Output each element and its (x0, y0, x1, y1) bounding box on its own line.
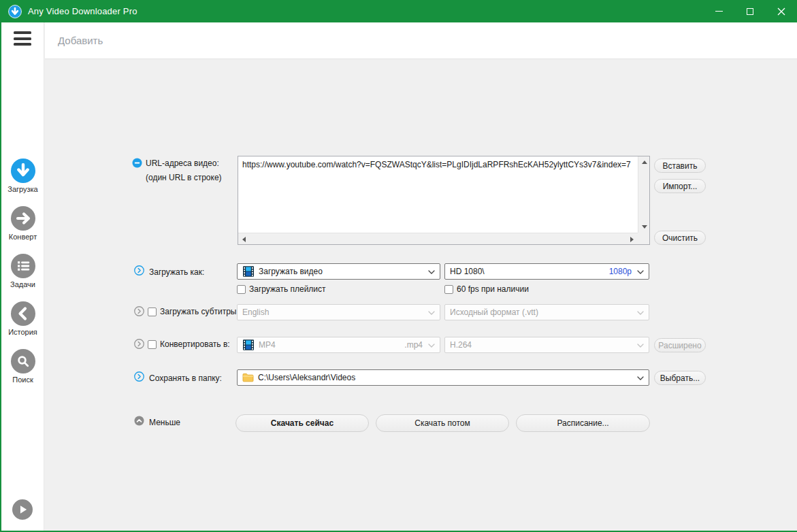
checkbox-icon (237, 285, 246, 294)
sidebar: Загрузка Конверт Задачи (1, 22, 44, 531)
url-value: https://www.youtube.com/watch?v=FQSZWASt… (242, 160, 634, 169)
sidebar-item-tasks[interactable]: Задачи (1, 254, 44, 288)
app-logo-icon (8, 5, 22, 18)
sidebar-item-download[interactable]: Загрузка (1, 159, 44, 193)
subtitle-language-select: English (237, 304, 440, 320)
sidebar-item-convert[interactable]: Конверт (1, 206, 44, 241)
vertical-scrollbar[interactable] (638, 156, 649, 233)
horizontal-scrollbar[interactable] (238, 233, 638, 244)
scroll-up-icon[interactable] (638, 156, 650, 168)
url-label: URL-адреса видео: (146, 159, 219, 168)
quality-badge: 1080p (609, 267, 632, 276)
quality-value: HD 1080\ (450, 267, 485, 276)
url-label-hint: (один URL в строке) (146, 173, 222, 182)
sidebar-nav: Загрузка Конверт Задачи (1, 159, 44, 397)
sidebar-item-label: Поиск (12, 376, 33, 384)
save-folder-path: C:\Users\Aleksandr\Videos (258, 373, 355, 382)
subtitle-format-value: Исходный формат (.vtt) (450, 307, 538, 317)
minimize-button[interactable] (703, 0, 734, 22)
convert-format-ext: .mp4 (404, 340, 423, 350)
url-textarea[interactable]: https://www.youtube.com/watch?v=FQSZWASt… (238, 156, 650, 245)
scroll-down-icon[interactable] (638, 221, 650, 233)
expand-chevron-icon[interactable] (134, 371, 144, 382)
sidebar-item-label: История (8, 328, 37, 336)
advanced-button: Расширено (654, 338, 706, 352)
chevron-down-icon (637, 307, 644, 317)
chevron-down-icon (428, 307, 435, 317)
content-panel: URL-адреса видео: (один URL в строке) ht… (45, 59, 797, 531)
download-format-value: Загружать видео (259, 267, 323, 276)
titlebar: Any Video Downloader Pro (0, 0, 797, 22)
save-folder-label: Сохранять в папку: (149, 373, 222, 383)
menu-button[interactable] (14, 31, 31, 46)
scrollbar-corner (638, 233, 649, 244)
minimize-icon (715, 11, 723, 12)
save-folder-select[interactable]: C:\Users\Aleksandr\Videos (237, 369, 649, 386)
schedule-button[interactable]: Расписание... (516, 414, 650, 432)
window-controls (703, 0, 797, 22)
maximize-button[interactable] (734, 0, 766, 22)
subtitle-language-value: English (242, 307, 269, 317)
subtitle-format-select: Исходный формат (.vtt) (444, 304, 649, 320)
main-header: Добавить (45, 22, 797, 59)
download-format-select[interactable]: Загружать видео (237, 263, 440, 280)
chevron-down-icon (428, 267, 435, 276)
close-button[interactable] (766, 0, 797, 22)
expand-chevron-icon[interactable] (134, 265, 144, 276)
paste-button[interactable]: Вставить (654, 159, 706, 173)
expand-chevron-icon[interactable] (134, 306, 144, 316)
collapse-minus-icon[interactable] (132, 158, 142, 168)
checkbox-icon (444, 285, 453, 294)
clear-button[interactable]: Очистить (654, 231, 706, 245)
chevron-down-icon (637, 267, 644, 276)
sidebar-item-history[interactable]: История (1, 301, 44, 336)
convert-format-value: MP4 (259, 340, 276, 350)
codec-select: H.264 (444, 337, 649, 353)
close-icon (777, 7, 785, 16)
chevron-down-icon (637, 340, 644, 350)
checkbox-icon (148, 307, 157, 316)
codec-value: H.264 (450, 340, 472, 350)
sidebar-item-label: Конверт (9, 233, 37, 241)
chevron-down-icon (428, 340, 435, 350)
sidebar-item-label: Задачи (10, 280, 35, 288)
player-button[interactable] (12, 499, 33, 522)
menu-icon (14, 31, 31, 34)
search-circle-icon (11, 349, 35, 373)
quality-select[interactable]: HD 1080\ 1080p (444, 263, 649, 280)
tab-add[interactable]: Добавить (58, 35, 103, 46)
convert-arrow-circle-icon (11, 206, 35, 231)
download-circle-icon (11, 159, 35, 183)
history-back-circle-icon (11, 301, 35, 326)
subtitles-checkbox[interactable]: Загружать субтитры: (148, 307, 239, 316)
download-later-button[interactable]: Скачать потом (376, 414, 509, 432)
filmstrip-icon (242, 265, 255, 278)
convert-format-select: MP4 .mp4 (237, 337, 440, 353)
browse-button[interactable]: Выбрать... (654, 371, 706, 385)
folder-icon (242, 373, 254, 382)
download-as-label: Загружать как: (149, 267, 204, 277)
maximize-icon (747, 8, 753, 15)
play-circle-icon (12, 499, 33, 520)
sidebar-item-search[interactable]: Поиск (1, 349, 44, 384)
collapse-up-icon[interactable] (134, 416, 144, 426)
playlist-checkbox[interactable]: Загружать плейлист (237, 284, 326, 294)
fps-checkbox[interactable]: 60 fps при наличии (444, 284, 529, 294)
task-list-circle-icon (11, 254, 35, 278)
import-button[interactable]: Импорт... (654, 179, 706, 193)
download-now-button[interactable]: Скачать сейчас (235, 414, 369, 432)
app-window: Any Video Downloader Pro Загрузка (0, 0, 797, 532)
sidebar-item-label: Загрузка (7, 185, 37, 193)
expand-chevron-icon[interactable] (134, 339, 144, 349)
checkbox-icon (148, 340, 157, 349)
scroll-left-icon[interactable] (238, 233, 250, 245)
chevron-down-icon (637, 373, 644, 382)
less-toggle-label[interactable]: Меньше (149, 418, 180, 427)
scroll-right-icon[interactable] (626, 233, 638, 245)
window-title: Any Video Downloader Pro (28, 6, 137, 16)
filmstrip-icon (242, 339, 255, 351)
convert-checkbox[interactable]: Конвертировать в: (148, 339, 230, 349)
